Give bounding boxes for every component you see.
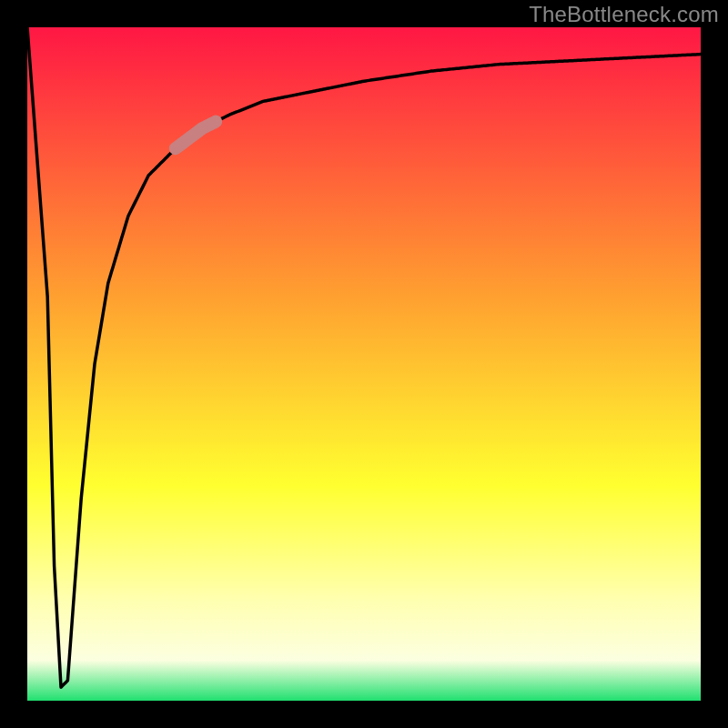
chart-frame: TheBottleneck.com (0, 0, 728, 728)
bottleneck-plot (27, 27, 701, 701)
plot-background (27, 27, 701, 701)
watermark-text: TheBottleneck.com (529, 2, 719, 27)
